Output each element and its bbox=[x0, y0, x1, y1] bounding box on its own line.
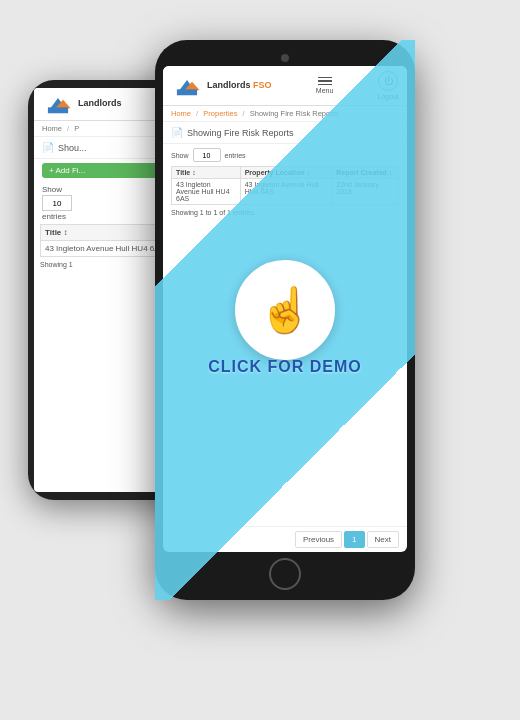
hamburger-icon bbox=[318, 77, 332, 86]
back-breadcrumb-home: Home bbox=[42, 124, 62, 133]
front-logo-icon bbox=[171, 75, 203, 97]
col-location-header: Property Location ↕ bbox=[240, 167, 332, 179]
menu-button[interactable]: Menu bbox=[316, 77, 334, 95]
show-entries-row: Show entries bbox=[171, 148, 399, 162]
show-entries-suffix: entries bbox=[225, 152, 246, 159]
col-created-header: Report Created ↕ bbox=[332, 167, 399, 179]
front-logo: Landlords FSO bbox=[171, 75, 272, 97]
front-phone-screen: Landlords FSO Menu ⏻ Logout Home / Prope… bbox=[163, 66, 407, 552]
front-phone: Landlords FSO Menu ⏻ Logout Home / Prope… bbox=[155, 40, 415, 600]
breadcrumb-properties[interactable]: Properties bbox=[203, 109, 237, 118]
front-home-button[interactable] bbox=[269, 558, 301, 590]
power-icon: ⏻ bbox=[378, 71, 398, 91]
front-nav-bar: Landlords FSO Menu ⏻ Logout bbox=[163, 66, 407, 106]
data-table: Title ↕ Property Location ↕ Report Creat… bbox=[171, 166, 399, 205]
front-page-title: Showing Fire Risk Reports bbox=[187, 128, 294, 138]
pagination: Previous 1 Next bbox=[163, 526, 407, 552]
back-doc-icon: 📄 bbox=[42, 142, 54, 153]
logout-label: Logout bbox=[378, 93, 399, 100]
front-camera bbox=[281, 54, 289, 62]
svg-rect-5 bbox=[177, 89, 197, 95]
front-logo-text: Landlords FSO bbox=[207, 81, 272, 91]
back-logo-text: Landlords bbox=[78, 99, 122, 109]
page-1-button[interactable]: 1 bbox=[344, 531, 364, 548]
front-page-title-bar: 📄 Showing Fire Risk Reports bbox=[163, 122, 407, 144]
next-button[interactable]: Next bbox=[367, 531, 399, 548]
previous-button[interactable]: Previous bbox=[295, 531, 342, 548]
back-logo: Landlords bbox=[42, 93, 122, 115]
front-table-area: Show entries Title ↕ Property Location ↕… bbox=[163, 144, 407, 526]
back-page-title: Shou... bbox=[58, 143, 87, 153]
front-doc-icon: 📄 bbox=[171, 127, 183, 138]
showing-info: Showing 1 to 1 of 1 entries bbox=[171, 209, 399, 216]
col-title-header: Title ↕ bbox=[172, 167, 241, 179]
show-entries-prefix: Show bbox=[171, 152, 189, 159]
breadcrumb-home[interactable]: Home bbox=[171, 109, 191, 118]
table-header-row: Title ↕ Property Location ↕ Report Creat… bbox=[172, 167, 399, 179]
back-entries-input[interactable] bbox=[42, 195, 72, 211]
entries-per-page-input[interactable] bbox=[193, 148, 221, 162]
menu-label: Menu bbox=[316, 87, 334, 94]
breadcrumb-sep2: / bbox=[243, 109, 245, 118]
breadcrumb-sep1: / bbox=[196, 109, 198, 118]
table-row: 43 Ingleton Avenue Hull HU4 6AS 43 Ingle… bbox=[172, 179, 399, 205]
breadcrumb-current: Showing Fire Risk Reports bbox=[250, 109, 339, 118]
logout-button[interactable]: ⏻ Logout bbox=[378, 71, 399, 100]
front-breadcrumb: Home / Properties / Showing Fire Risk Re… bbox=[163, 106, 407, 122]
back-logo-icon bbox=[42, 93, 74, 115]
svg-rect-2 bbox=[48, 107, 68, 113]
cell-title: 43 Ingleton Avenue Hull HU4 6AS bbox=[172, 179, 241, 205]
cell-created: 22nd January 2018 bbox=[332, 179, 399, 205]
cell-location: 43 Ingleton Avenue Hull HU4 6AS bbox=[240, 179, 332, 205]
back-breadcrumb-page: P bbox=[74, 124, 79, 133]
